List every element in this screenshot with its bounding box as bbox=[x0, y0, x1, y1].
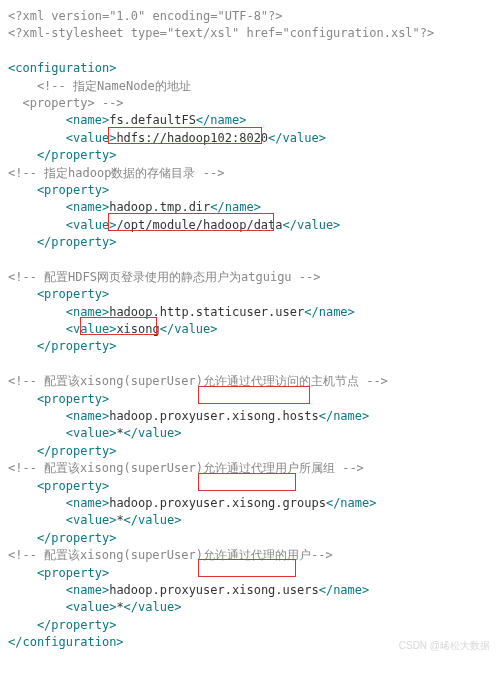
prop-open: <property> bbox=[8, 182, 492, 199]
prop-open: <property> bbox=[8, 391, 492, 408]
comment-1: <!-- 指定NameNode的地址 bbox=[8, 78, 492, 95]
code-block: <?xml version="1.0" encoding="UTF-8"?> <… bbox=[8, 8, 492, 651]
name-1: <name>fs.defaultFS</name> bbox=[8, 112, 492, 129]
prop-open: <property> bbox=[8, 286, 492, 303]
value-3: <value>xisong</value> bbox=[8, 321, 492, 338]
comment-6: <!-- 配置该xisong(superUser)允许通过代理的用户--> bbox=[8, 547, 492, 564]
comment-5: <!-- 配置该xisong(superUser)允许通过代理用户所属组 --> bbox=[8, 460, 492, 477]
comment-2: <!-- 指定hadoop数据的存储目录 --> bbox=[8, 165, 492, 182]
prop-close: </property> bbox=[8, 338, 492, 355]
name-3: <name>hadoop.http.staticuser.user</name> bbox=[8, 304, 492, 321]
prop-close: </property> bbox=[8, 443, 492, 460]
value-1: <value>hdfs://hadoop102:8020</value> bbox=[8, 130, 492, 147]
name-5: <name>hadoop.proxyuser.xisong.groups</na… bbox=[8, 495, 492, 512]
value-6: <value>*</value> bbox=[8, 599, 492, 616]
prop-open: <property> bbox=[8, 565, 492, 582]
comment-4: <!-- 配置该xisong(superUser)允许通过代理访问的主机节点 -… bbox=[8, 373, 492, 390]
name-6: <name>hadoop.proxyuser.xisong.users</nam… bbox=[8, 582, 492, 599]
prop-close: </property> bbox=[8, 530, 492, 547]
comment-1b: <property> --> bbox=[8, 95, 492, 112]
xml-declaration: <?xml version="1.0" encoding="UTF-8"?> bbox=[8, 8, 492, 25]
prop-open: <property> bbox=[8, 478, 492, 495]
value-2: <value>/opt/module/hadoop/data</value> bbox=[8, 217, 492, 234]
name-4: <name>hadoop.proxyuser.xisong.hosts</nam… bbox=[8, 408, 492, 425]
configuration-open: <configuration> bbox=[8, 60, 492, 77]
prop-close: </property> bbox=[8, 147, 492, 164]
name-2: <name>hadoop.tmp.dir</name> bbox=[8, 199, 492, 216]
comment-3: <!-- 配置HDFS网页登录使用的静态用户为atguigu --> bbox=[8, 269, 492, 286]
value-5: <value>*</value> bbox=[8, 512, 492, 529]
prop-close: </property> bbox=[8, 234, 492, 251]
prop-close: </property> bbox=[8, 617, 492, 634]
value-4: <value>*</value> bbox=[8, 425, 492, 442]
xsl-declaration: <?xml-stylesheet type="text/xsl" href="c… bbox=[8, 25, 492, 42]
watermark: CSDN @晞松大数据 bbox=[399, 639, 490, 654]
